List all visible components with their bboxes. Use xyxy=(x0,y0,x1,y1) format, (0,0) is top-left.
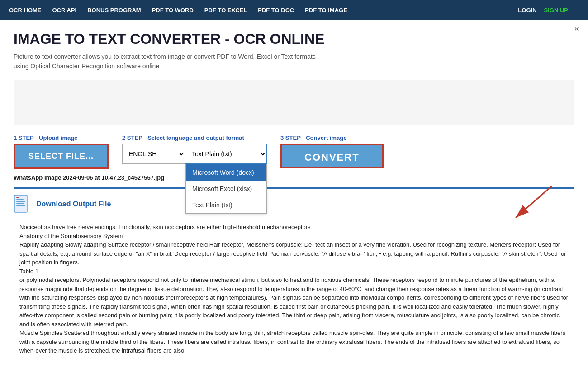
download-link[interactable]: Download Output File xyxy=(36,200,111,208)
subtitle-line2: using Optical Character Recognition soft… xyxy=(14,62,159,70)
svg-rect-1 xyxy=(16,199,24,200)
nav-pdf-to-word[interactable]: PDF TO WORD xyxy=(152,7,194,14)
language-select[interactable]: ENGLISH xyxy=(122,144,185,164)
nav-ocr-home[interactable]: OCR HOME xyxy=(9,7,42,14)
step3-label: 3 STEP - Convert image xyxy=(280,134,384,141)
dropdown-item-word[interactable]: Microsoft Word (docx) xyxy=(186,164,266,181)
format-select[interactable]: Text Plain (txt) xyxy=(185,144,267,164)
main-content: × IMAGE TO TEXT CONVERTER - OCR ONLINE P… xyxy=(0,20,588,355)
filename: WhatsApp Image 2024-09-06 at 10.47.23_c4… xyxy=(14,174,574,181)
nav-ocr-api[interactable]: OCR API xyxy=(52,7,77,14)
step2: 2 STEP - Select language and output form… xyxy=(122,134,267,164)
ad-area xyxy=(14,80,574,125)
output-wrapper xyxy=(14,218,574,355)
subtitle: Picture to text converter allows you to … xyxy=(14,52,353,71)
nav-pdf-to-image[interactable]: PDF TO IMAGE xyxy=(305,7,347,14)
close-button[interactable]: × xyxy=(574,24,579,34)
output-textarea[interactable] xyxy=(14,218,574,353)
subtitle-line1: Picture to text converter allows you to … xyxy=(14,53,316,60)
step2-selects: ENGLISH Text Plain (txt) Microsoft Word … xyxy=(122,144,267,164)
nav-pdf-to-excel[interactable]: PDF TO EXCEL xyxy=(204,7,247,14)
page-title: IMAGE TO TEXT CONVERTER - OCR ONLINE xyxy=(14,31,574,48)
svg-rect-3 xyxy=(16,203,24,204)
svg-rect-2 xyxy=(16,201,25,202)
step3: 3 STEP - Convert image CONVERT xyxy=(280,134,384,168)
login-link[interactable]: LOGIN xyxy=(518,7,536,14)
signup-link[interactable]: SIGN UP xyxy=(544,7,568,14)
dropdown-item-excel[interactable]: Microsoft Excel (xlsx) xyxy=(186,181,266,197)
convert-button[interactable]: CONVERT xyxy=(280,144,384,168)
nav-bonus-program[interactable]: BONUS PROGRAM xyxy=(87,7,141,14)
format-select-wrapper: Text Plain (txt) Microsoft Word (docx) M… xyxy=(185,144,267,164)
doc-icon xyxy=(14,194,32,214)
navigation: OCR HOME OCR API BONUS PROGRAM PDF TO WO… xyxy=(0,0,588,20)
steps-row: 1 STEP - Upload image SELECT FILE... 2 S… xyxy=(14,134,574,169)
nav-pdf-to-doc[interactable]: PDF TO DOC xyxy=(258,7,294,14)
svg-rect-4 xyxy=(16,205,25,206)
select-file-button[interactable]: SELECT FILE... xyxy=(14,144,109,169)
download-section: Download Output File xyxy=(14,189,574,218)
step1-label: 1 STEP - Upload image xyxy=(14,134,109,141)
dropdown-item-txt[interactable]: Text Plain (txt) xyxy=(186,197,266,213)
svg-rect-5 xyxy=(16,197,19,198)
step1: 1 STEP - Upload image SELECT FILE... xyxy=(14,134,109,169)
format-dropdown: Microsoft Word (docx) Microsoft Excel (x… xyxy=(185,164,267,214)
step2-label: 2 STEP - Select language and output form… xyxy=(122,134,267,141)
